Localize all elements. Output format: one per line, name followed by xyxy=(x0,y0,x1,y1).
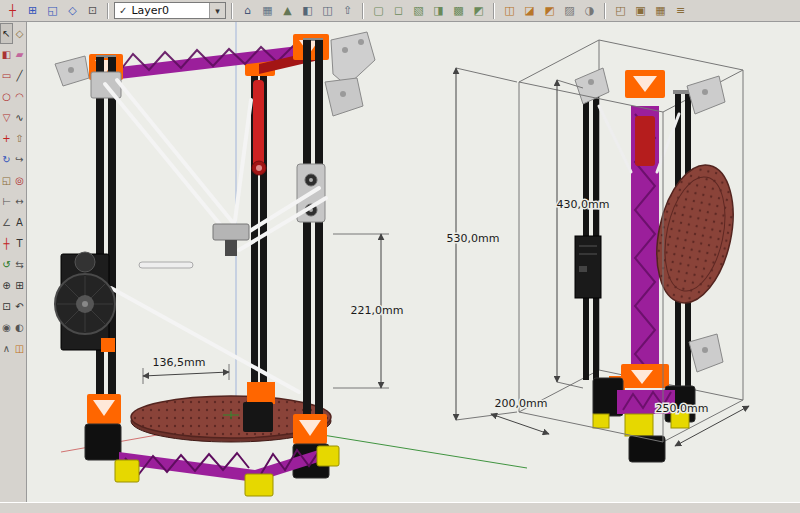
toolbar-separator xyxy=(231,3,233,19)
freehand-tool-icon[interactable]: ∿ xyxy=(13,107,26,128)
offset-tool-icon[interactable]: ◎ xyxy=(13,170,26,191)
components-icon[interactable]: ◰ xyxy=(611,1,630,20)
components-toolbar-group: ◰▣▦≡ xyxy=(611,1,690,20)
location-toolbar-group: ⌂▦▲◧◫⇧ xyxy=(238,1,357,20)
model-scene: 221,0mm 136,5mm xyxy=(27,22,800,502)
views-toolbar-group: ┼⊞◱◇⊡ xyxy=(3,1,102,20)
scale-tool-icon[interactable]: ◱ xyxy=(0,170,13,191)
paint-bucket-icon[interactable]: ◧ xyxy=(0,44,13,65)
textured-mode-icon[interactable]: ▩ xyxy=(449,1,468,20)
layer-dropdown-value: Layer0 xyxy=(131,4,205,17)
monochrome-mode-icon[interactable]: ◩ xyxy=(469,1,488,20)
tape-measure-icon[interactable]: ⊢ xyxy=(0,191,13,212)
section-cuts-icon[interactable]: ◪ xyxy=(520,1,539,20)
push-pull-icon[interactable]: ⇧ xyxy=(13,128,26,149)
section-plane-toggle-icon[interactable]: ◫ xyxy=(500,1,519,20)
hidden-line-mode-icon[interactable]: ▧ xyxy=(409,1,428,20)
building-icon[interactable]: ▦ xyxy=(258,1,277,20)
previous-view-icon[interactable]: ↶ xyxy=(13,296,26,317)
face-style-toolbar-group: ▢◻▧◨▩◩ xyxy=(369,1,488,20)
dimension-label: 430,0mm xyxy=(557,198,610,211)
look-around-icon[interactable]: ◐ xyxy=(13,317,26,338)
place-model-icon[interactable]: ◧ xyxy=(298,1,317,20)
iso-view-icon[interactable]: ◇ xyxy=(63,1,82,20)
position-camera-icon[interactable]: ◉ xyxy=(0,317,13,338)
rotate-tool-icon[interactable]: ↻ xyxy=(0,149,13,170)
arc-tool-icon[interactable]: ◠ xyxy=(13,86,26,107)
solid-tools-icon[interactable]: ▦ xyxy=(651,1,670,20)
orbit-tool-icon[interactable]: ↺ xyxy=(0,254,13,275)
dimension-tool-icon[interactable]: ↔ xyxy=(13,191,26,212)
left-tool-palette: ↖◇◧▰▭╱○◠▽∿+⇧↻↪◱◎⊢↔∠A┼T↺⇆⊕⊞⊡↶◉◐∧◫ xyxy=(0,22,27,502)
polygon-tool-icon[interactable]: ▽ xyxy=(0,107,13,128)
wireframe-mode-icon[interactable]: ◻ xyxy=(389,1,408,20)
make-component-icon[interactable]: ◇ xyxy=(13,23,26,44)
text-tool-icon[interactable]: A xyxy=(13,212,26,233)
toolbar-separator xyxy=(107,3,109,19)
layer-dropdown[interactable]: ✓ Layer0 ▾ xyxy=(114,2,226,19)
status-bar xyxy=(0,502,800,513)
back-edges-icon[interactable]: ▨ xyxy=(560,1,579,20)
zoom-extents-icon[interactable]: ⊡ xyxy=(83,1,102,20)
3d-text-icon[interactable]: T xyxy=(13,233,26,254)
line-tool-icon[interactable]: ╱ xyxy=(13,65,26,86)
dimension-label: 200,0mm xyxy=(495,397,548,410)
walk-tool-icon[interactable]: ∧ xyxy=(0,338,13,359)
group-icon[interactable]: ▣ xyxy=(631,1,650,20)
axes-tool-icon[interactable]: ┼ xyxy=(0,233,13,254)
toolbar-separator xyxy=(362,3,364,19)
get-models-icon[interactable]: ◫ xyxy=(318,1,337,20)
xray-mode-icon[interactable]: ▢ xyxy=(369,1,388,20)
axes-display-icon[interactable]: ┼ xyxy=(3,1,22,20)
pan-tool-icon[interactable]: ⇆ xyxy=(13,254,26,275)
front-view-icon[interactable]: ◱ xyxy=(43,1,62,20)
select-tool-icon[interactable]: ↖ xyxy=(0,23,13,44)
move-tool-icon[interactable]: + xyxy=(0,128,13,149)
section-toolbar-group: ◫◪◩▨◑ xyxy=(500,1,599,20)
follow-me-icon[interactable]: ↪ xyxy=(13,149,26,170)
check-icon: ✓ xyxy=(119,5,127,16)
terrain-icon[interactable]: ▲ xyxy=(278,1,297,20)
circle-tool-icon[interactable]: ○ xyxy=(0,86,13,107)
toolbar-separator xyxy=(493,3,495,19)
main-area: ↖◇◧▰▭╱○◠▽∿+⇧↻↪◱◎⊢↔∠A┼T↺⇆⊕⊞⊡↶◉◐∧◫ xyxy=(0,22,800,502)
sketchup-window: ┼⊞◱◇⊡ ✓ Layer0 ▾ ⌂▦▲◧◫⇧ ▢◻▧◨▩◩ ◫◪◩▨◑ ◰▣▦… xyxy=(0,0,800,513)
shadows-icon[interactable]: ◑ xyxy=(580,1,599,20)
viewport-3d[interactable]: 221,0mm 136,5mm xyxy=(27,22,800,502)
zoom-window-icon[interactable]: ⊞ xyxy=(13,275,26,296)
chevron-down-icon[interactable]: ▾ xyxy=(209,3,225,18)
zoom-tool-icon[interactable]: ⊕ xyxy=(0,275,13,296)
home-icon[interactable]: ⌂ xyxy=(238,1,257,20)
dimension-label: 136,5mm xyxy=(153,356,206,369)
shaded-mode-icon[interactable]: ◨ xyxy=(429,1,448,20)
top-toolbar: ┼⊞◱◇⊡ ✓ Layer0 ▾ ⌂▦▲◧◫⇧ ▢◻▧◨▩◩ ◫◪◩▨◑ ◰▣▦… xyxy=(0,0,800,22)
dimension-label: 221,0mm xyxy=(351,304,404,317)
share-model-icon[interactable]: ⇧ xyxy=(338,1,357,20)
eraser-icon[interactable]: ▰ xyxy=(13,44,26,65)
zoom-extents-icon[interactable]: ⊡ xyxy=(0,296,13,317)
protractor-icon[interactable]: ∠ xyxy=(0,212,13,233)
rectangle-tool-icon[interactable]: ▭ xyxy=(0,65,13,86)
top-view-icon[interactable]: ⊞ xyxy=(23,1,42,20)
dimension-label: 530,0mm xyxy=(447,232,500,245)
dimension-label: 250,0mm xyxy=(656,402,709,415)
section-fill-icon[interactable]: ◩ xyxy=(540,1,559,20)
toolbar-separator xyxy=(604,3,606,19)
section-plane-icon[interactable]: ◫ xyxy=(13,338,26,359)
outliner-icon[interactable]: ≡ xyxy=(671,1,690,20)
